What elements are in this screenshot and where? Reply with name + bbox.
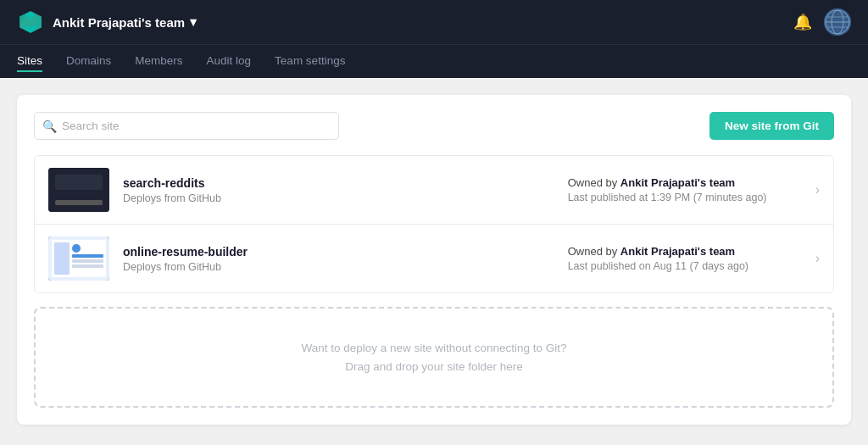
search-icon: 🔍 <box>42 120 57 133</box>
table-row[interactable]: online-resume-builder Deploys from GitHu… <box>35 225 833 292</box>
toolbar: 🔍 New site from Git <box>34 112 834 140</box>
drop-zone-line1: Want to deploy a new site without connec… <box>53 339 815 358</box>
site-published: Last published at 1:39 PM (7 minutes ago… <box>568 192 805 203</box>
team-name-button[interactable]: Ankit Prajapati's team ▾ <box>53 14 197 30</box>
search-input[interactable] <box>34 112 339 140</box>
notifications-bell-icon[interactable]: 🔔 <box>793 13 812 31</box>
globe-icon <box>824 8 851 36</box>
site-deploy: Deploys from GitHub <box>123 261 568 273</box>
subnav-item-audit-log[interactable]: Audit log <box>207 51 252 72</box>
sites-card: 🔍 New site from Git search-reddits Deplo… <box>17 95 851 425</box>
table-row[interactable]: search-reddits Deploys from GitHub Owned… <box>35 156 833 225</box>
subnav-item-sites[interactable]: Sites <box>17 51 42 72</box>
site-list: search-reddits Deploys from GitHub Owned… <box>34 155 834 293</box>
drop-zone[interactable]: Want to deploy a new site without connec… <box>34 307 834 408</box>
site-owner: Owned by Ankit Prajapati's team <box>568 176 805 189</box>
site-name: online-resume-builder <box>123 245 568 259</box>
subnav-item-members[interactable]: Members <box>135 51 182 72</box>
new-site-from-git-button[interactable]: New site from Git <box>709 112 834 140</box>
site-name: search-reddits <box>123 176 568 190</box>
main-content: 🔍 New site from Git search-reddits Deplo… <box>0 78 868 445</box>
site-thumbnail-search-reddits <box>48 168 109 212</box>
subnav-item-domains[interactable]: Domains <box>66 51 111 72</box>
site-info-resume: online-resume-builder Deploys from GitHu… <box>123 245 568 273</box>
site-info-search-reddits: search-reddits Deploys from GitHub <box>123 176 568 204</box>
netlify-logo-icon <box>17 8 44 36</box>
site-owner: Owned by Ankit Prajapati's team <box>568 245 805 258</box>
navbar: Ankit Prajapati's team ▾ 🔔 <box>0 0 868 44</box>
user-avatar[interactable] <box>824 8 851 36</box>
site-published: Last published on Aug 11 (7 days ago) <box>568 260 805 272</box>
site-thumbnail-resume <box>48 236 109 281</box>
search-wrapper: 🔍 <box>34 112 339 140</box>
site-meta-search-reddits: Owned by Ankit Prajapati's team Last pub… <box>568 176 805 203</box>
navbar-right: 🔔 <box>793 8 851 36</box>
drop-zone-line2: Drag and drop your site folder here <box>53 358 815 376</box>
subnav: Sites Domains Members Audit log Team set… <box>0 44 868 78</box>
team-dropdown-chevron: ▾ <box>190 14 197 30</box>
chevron-right-icon: › <box>815 251 820 266</box>
site-meta-resume: Owned by Ankit Prajapati's team Last pub… <box>568 245 805 272</box>
navbar-left: Ankit Prajapati's team ▾ <box>17 8 197 36</box>
site-deploy: Deploys from GitHub <box>123 192 568 204</box>
team-name-label: Ankit Prajapati's team <box>53 15 185 30</box>
chevron-right-icon: › <box>815 182 820 197</box>
subnav-item-team-settings[interactable]: Team settings <box>275 51 345 72</box>
